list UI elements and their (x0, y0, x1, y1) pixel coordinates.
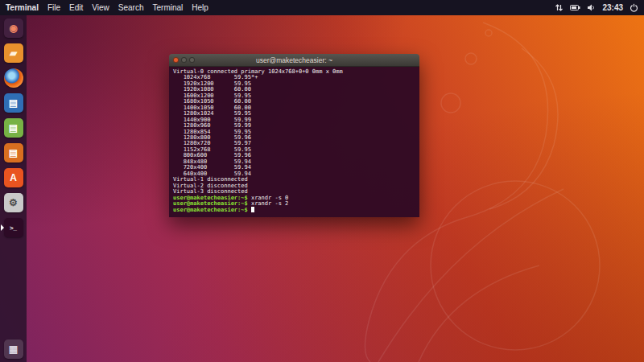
close-button[interactable] (173, 57, 179, 63)
shell-prompt: user@maketecheasier:~$ (173, 207, 248, 213)
indicator-tray: 23:43 (555, 3, 638, 12)
launcher-item-libreoffice-writer[interactable]: ▤ (3, 93, 24, 113)
launcher: ◉▰▤▤▤A⚙>_▦ (0, 15, 27, 362)
launcher-item-firefox[interactable] (3, 68, 24, 88)
sound-icon[interactable] (587, 3, 596, 12)
libreoffice-impress-icon: ▤ (4, 143, 23, 162)
menu-edit[interactable]: Edit (69, 3, 83, 12)
desktop: Terminal FileEditViewSearchTerminalHelp (0, 0, 644, 362)
terminal-line: user@maketecheasier:~$ xrandr -s 2 (173, 201, 415, 207)
files-icon: ▰ (4, 43, 23, 63)
shell-prompt: user@maketecheasier:~$ (173, 200, 248, 207)
top-bar: Terminal FileEditViewSearchTerminalHelp (0, 0, 644, 15)
menu-view[interactable]: View (92, 3, 109, 12)
terminal-line: user@maketecheasier:~$ (173, 207, 415, 213)
minimize-button[interactable] (181, 57, 187, 63)
system-settings-icon: ⚙ (4, 193, 23, 212)
terminal-icon: >_ (4, 218, 23, 237)
window-buttons (169, 57, 195, 63)
firefox-icon (4, 68, 23, 88)
menu-file[interactable]: File (47, 3, 60, 12)
maximize-button[interactable] (189, 57, 195, 63)
launcher-item-dash-home[interactable]: ◉ (3, 18, 24, 39)
terminal-titlebar[interactable]: user@maketecheasier: ~ (169, 54, 419, 67)
active-app-name: Terminal (6, 3, 39, 12)
libreoffice-writer-icon: ▤ (4, 93, 23, 113)
show-applications-icon: ▦ (4, 339, 23, 359)
battery-icon[interactable] (570, 4, 580, 11)
ubuntu-software-icon: A (4, 168, 23, 187)
launcher-item-show-applications[interactable]: ▦ (3, 339, 24, 360)
launcher-item-libreoffice-impress[interactable]: ▤ (3, 142, 24, 163)
dash-home-icon: ◉ (4, 19, 23, 38)
power-icon[interactable] (630, 3, 638, 12)
menu-search[interactable]: Search (118, 3, 144, 12)
menu-terminal[interactable]: Terminal (152, 3, 183, 12)
libreoffice-calc-icon: ▤ (4, 118, 23, 138)
network-icon[interactable] (555, 3, 564, 12)
terminal-cursor (251, 207, 254, 212)
launcher-item-ubuntu-software[interactable]: A (3, 167, 24, 188)
launcher-item-libreoffice-calc[interactable]: ▤ (3, 117, 24, 138)
window-title: user@maketecheasier: ~ (169, 56, 419, 64)
terminal-body[interactable]: Virtual-0 connected primary 1024x768+0+0… (169, 67, 419, 217)
clock[interactable]: 23:43 (602, 3, 623, 12)
launcher-item-terminal[interactable]: >_ (3, 217, 24, 238)
terminal-window: user@maketecheasier: ~ Virtual-0 connect… (169, 54, 419, 217)
launcher-item-files[interactable]: ▰ (3, 43, 24, 64)
global-menu: FileEditViewSearchTerminalHelp (47, 3, 208, 12)
running-indicator (1, 224, 4, 231)
menu-help[interactable]: Help (192, 3, 208, 12)
launcher-item-system-settings[interactable]: ⚙ (3, 192, 24, 213)
shell-command: xrandr -s 2 (248, 200, 289, 207)
